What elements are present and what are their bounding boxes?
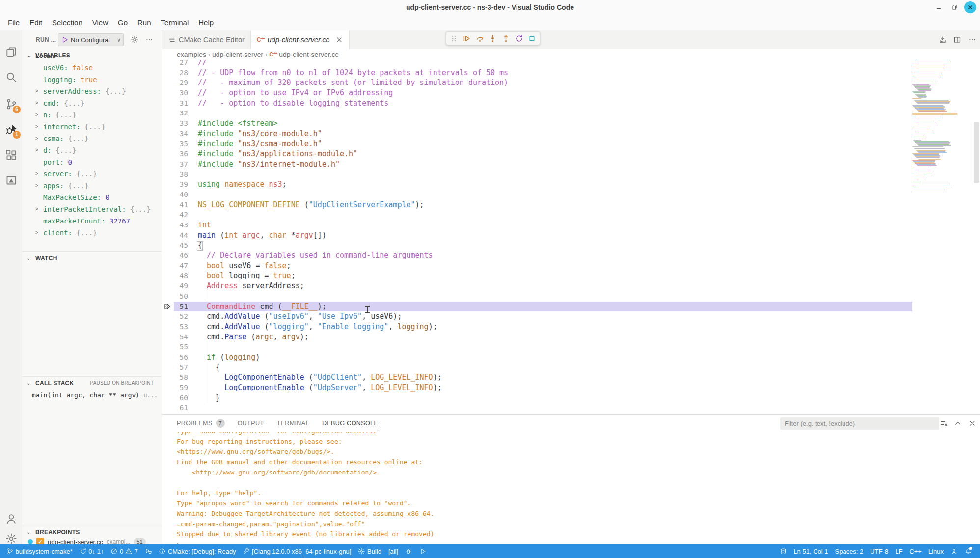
code-line-40[interactable]: 40 (162, 190, 980, 200)
line-number[interactable]: 32 (162, 108, 188, 118)
line-number[interactable]: 48 (162, 271, 188, 281)
close-button[interactable] (964, 1, 976, 13)
call-stack-section-header[interactable]: ⌄ CALL STACK PAUSED ON BREAKPOINT (22, 376, 162, 389)
line-number[interactable]: 36 (162, 149, 188, 159)
breadcrumb-udp-client-server.cc[interactable]: udp-client-server.cc (279, 51, 338, 58)
breadcrumb-udp-client-server[interactable]: udp-client-server (212, 51, 263, 58)
code-line-57[interactable]: 57 { (162, 363, 980, 373)
stop-icon[interactable] (528, 34, 536, 43)
variables-scope-locals[interactable]: ⌄ Locals (22, 50, 162, 62)
code-line-29[interactable]: 29// - maximum of 320 packets sent (or l… (162, 78, 980, 88)
code-line-51[interactable]: 51 CommandLine cmd (__FILE__); (162, 302, 980, 312)
status-feedback[interactable] (947, 544, 961, 558)
panel-tab-problems[interactable]: PROBLEMS7 (177, 415, 225, 432)
minimap[interactable] (912, 60, 957, 195)
menu-help[interactable]: Help (193, 15, 218, 30)
status-cmake-build[interactable]: Build (354, 544, 384, 558)
variable-serverAddress[interactable]: >serverAddress: {...} (22, 85, 162, 97)
restart-icon[interactable] (515, 34, 523, 43)
collapse-panel-icon[interactable] (954, 419, 962, 427)
split-editor-icon[interactable] (953, 36, 961, 44)
code-line-47[interactable]: 47 bool useV6 = false; (162, 261, 980, 271)
status-launch-target[interactable] (416, 544, 430, 558)
line-number[interactable]: 50 (162, 291, 188, 302)
code-editor[interactable]: 27//28// - UDP flow from n0 to n1 of 102… (162, 60, 980, 414)
debug-settings-gear-icon[interactable] (131, 36, 138, 44)
line-number[interactable]: 37 (162, 159, 188, 169)
activity-cmake[interactable] (0, 170, 22, 191)
variable-interPacketInterval[interactable]: >interPacketInterval: {...} (22, 203, 162, 215)
variable-internet[interactable]: >internet: {...} (22, 121, 162, 133)
status-eol[interactable]: LF (892, 544, 906, 558)
run-panel-more-icon[interactable] (145, 36, 153, 44)
status-indentation[interactable]: Spaces: 2 (832, 544, 867, 558)
editor-scrollbar[interactable] (974, 122, 979, 183)
tab-udp-client-server-cc[interactable]: C++udp-client-server.cc (251, 30, 350, 49)
code-line-58[interactable]: 58 LogComponentEnable ("UdpClient", LOG_… (162, 372, 980, 383)
status-remote-indicator[interactable] (776, 544, 790, 558)
line-number[interactable]: 51 (162, 302, 188, 312)
line-number[interactable]: 33 (162, 118, 188, 129)
code-line-48[interactable]: 48 bool logging = true; (162, 271, 980, 281)
code-line-44[interactable]: 44main (int argc, char *argv[]) (162, 230, 980, 241)
line-number[interactable]: 43 (162, 220, 188, 230)
variable-MaxPacketSize[interactable]: MaxPacketSize: 0 (22, 192, 162, 203)
code-line-46[interactable]: 46 // Declare variables used in command-… (162, 251, 980, 261)
code-line-61[interactable]: 61 (162, 403, 980, 413)
menu-view[interactable]: View (87, 15, 113, 30)
variable-client[interactable]: >client: {...} (22, 227, 162, 239)
code-line-55[interactable]: 55 (162, 342, 980, 352)
more-actions-icon[interactable] (968, 36, 976, 44)
line-number[interactable]: 30 (162, 88, 188, 98)
line-number[interactable]: 53 (162, 322, 188, 332)
breakpoint-enabled-checkbox[interactable]: ✓ (36, 538, 44, 544)
line-number[interactable]: 38 (162, 169, 188, 180)
variable-logging[interactable]: logging: true (22, 74, 162, 85)
status-cmake-debug[interactable] (141, 544, 156, 558)
code-line-35[interactable]: 35#include "ns3/csma-module.h" (162, 139, 980, 149)
status-language-mode[interactable]: C++ (906, 544, 925, 558)
menu-selection[interactable]: Selection (47, 15, 87, 30)
watch-section-header[interactable]: ⌄ WATCH (22, 251, 162, 264)
line-number[interactable]: 54 (162, 332, 188, 342)
code-line-28[interactable]: 28// - UDP flow from n0 to n1 of 1024 by… (162, 68, 980, 78)
step-over-icon[interactable] (476, 34, 484, 43)
continue-icon[interactable] (463, 34, 471, 43)
variable-csma[interactable]: >csma: {...} (22, 133, 162, 144)
line-number[interactable]: 27 (162, 60, 188, 68)
status-cmake-kit[interactable]: [Clang 12.0.0 x86_64-pc-linux-gnu] (240, 544, 355, 558)
code-line-56[interactable]: 56 if (logging) (162, 352, 980, 363)
status-debug-target[interactable] (402, 544, 416, 558)
code-line-39[interactable]: 39using namespace ns3; (162, 179, 980, 190)
panel-tab-debug-console[interactable]: DEBUG CONSOLE (322, 415, 378, 432)
code-line-50[interactable]: 50 (162, 291, 980, 302)
line-number[interactable]: 34 (162, 129, 188, 139)
close-panel-icon[interactable] (968, 419, 976, 427)
code-line-30[interactable]: 30// - option to use IPv4 or IPv6 addres… (162, 88, 980, 98)
activity-search[interactable] (0, 67, 22, 87)
code-line-59[interactable]: 59 LogComponentEnable ("UdpServer", LOG_… (162, 383, 980, 393)
debug-configuration-dropdown[interactable]: No Configurat ∨ (58, 33, 124, 46)
line-number[interactable]: 49 (162, 281, 188, 291)
code-line-49[interactable]: 49 Address serverAddress; (162, 281, 980, 291)
line-number[interactable]: 61 (162, 403, 188, 413)
console-filter-input[interactable] (780, 417, 939, 430)
line-number[interactable]: 35 (162, 139, 188, 149)
status-cursor-position[interactable]: Ln 51, Col 1 (790, 544, 831, 558)
line-number[interactable]: 39 (162, 179, 188, 190)
maximize-button[interactable] (949, 1, 960, 13)
line-number[interactable]: 42 (162, 210, 188, 220)
status-git-branch[interactable]: buildsystem-cmake* (3, 544, 76, 558)
line-number[interactable]: 46 (162, 251, 188, 261)
variable-useV6[interactable]: useV6: false (22, 62, 162, 74)
variable-cmd[interactable]: >cmd: {...} (22, 97, 162, 109)
menu-go[interactable]: Go (113, 15, 133, 30)
line-number[interactable]: 59 (162, 383, 188, 393)
clear-console-icon[interactable] (940, 419, 948, 427)
activity-run-and-debug[interactable]: 1 (0, 119, 22, 140)
code-line-37[interactable]: 37#include "ns3/internet-module.h" (162, 159, 980, 169)
code-line-36[interactable]: 36#include "ns3/applications-module.h" (162, 149, 980, 159)
status-notifications[interactable] (961, 544, 976, 558)
console-prompt[interactable]: > (177, 539, 980, 544)
call-stack-frame[interactable]: main(int argc, char ** argv)u... (22, 390, 162, 401)
